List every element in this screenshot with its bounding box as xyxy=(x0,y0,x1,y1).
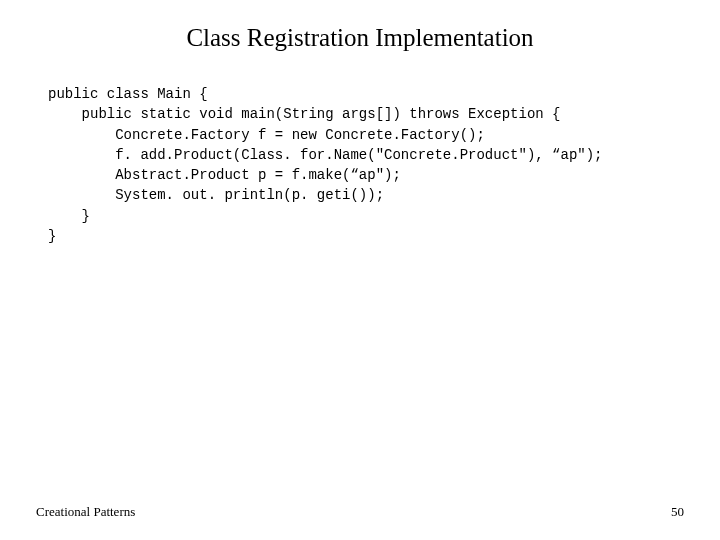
code-line: } xyxy=(48,228,56,244)
code-line: f. add.Product(Class. for.Name("Concrete… xyxy=(48,147,603,163)
code-line: Abstract.Product p = f.make(“ap"); xyxy=(48,167,401,183)
slide-title: Class Registration Implementation xyxy=(0,24,720,52)
code-line: } xyxy=(48,208,90,224)
code-line: public static void main(String args[]) t… xyxy=(48,106,560,122)
code-block: public class Main { public static void m… xyxy=(48,84,603,246)
page-number: 50 xyxy=(671,504,684,520)
footer-left: Creational Patterns xyxy=(36,504,135,520)
slide: Class Registration Implementation public… xyxy=(0,0,720,540)
code-line: System. out. println(p. geti()); xyxy=(48,187,384,203)
code-line: Concrete.Factory f = new Concrete.Factor… xyxy=(48,127,485,143)
code-line: public class Main { xyxy=(48,86,208,102)
